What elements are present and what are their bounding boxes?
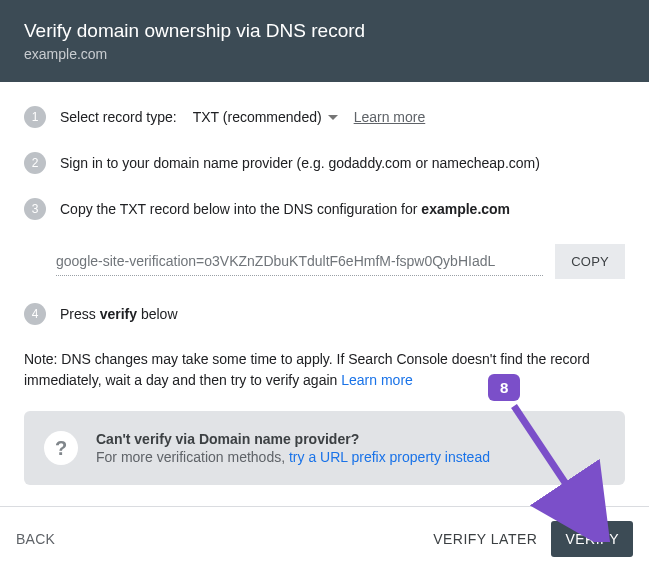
chevron-down-icon xyxy=(328,115,338,120)
record-type-row: Select record type: TXT (recommended) Le… xyxy=(60,109,425,125)
step-badge-3: 3 xyxy=(24,198,46,220)
txt-record-row: google-site-verification=o3VKZnZDbuKTdul… xyxy=(56,244,625,279)
step-badge-4: 4 xyxy=(24,303,46,325)
copy-button[interactable]: COPY xyxy=(555,244,625,279)
step-3: 3 Copy the TXT record below into the DNS… xyxy=(24,198,625,220)
dialog-header: Verify domain ownership via DNS record e… xyxy=(0,0,649,82)
alt-verify-title: Can't verify via Domain name provider? xyxy=(96,431,490,447)
alt-verify-card: ? Can't verify via Domain name provider?… xyxy=(24,411,625,485)
alt-verify-sub: For more verification methods, try a URL… xyxy=(96,449,490,465)
dialog-footer: BACK VERIFY LATER VERIFY xyxy=(0,506,649,571)
dns-note: Note: DNS changes may take some time to … xyxy=(24,349,625,391)
back-button[interactable]: BACK xyxy=(16,531,55,547)
step-4-text: Press verify below xyxy=(60,306,178,322)
verify-later-button[interactable]: VERIFY LATER xyxy=(419,521,551,557)
step-badge-2: 2 xyxy=(24,152,46,174)
record-type-value: TXT (recommended) xyxy=(193,109,322,125)
txt-record-value[interactable]: google-site-verification=o3VKZnZDbuKTdul… xyxy=(56,247,543,276)
dialog-title: Verify domain ownership via DNS record xyxy=(24,20,625,42)
learn-more-link[interactable]: Learn more xyxy=(354,109,426,125)
dialog-content: 1 Select record type: TXT (recommended) … xyxy=(0,82,649,485)
step-1: 1 Select record type: TXT (recommended) … xyxy=(24,106,625,128)
step-2-text: Sign in to your domain name provider (e.… xyxy=(60,155,540,171)
step-3-text: Copy the TXT record below into the DNS c… xyxy=(60,201,510,217)
dialog-subtitle: example.com xyxy=(24,46,625,62)
question-icon: ? xyxy=(44,431,78,465)
step-badge-1: 1 xyxy=(24,106,46,128)
step-4: 4 Press verify below xyxy=(24,303,625,325)
record-type-select[interactable]: TXT (recommended) xyxy=(193,109,338,125)
url-prefix-link[interactable]: try a URL prefix property instead xyxy=(289,449,490,465)
note-learn-more-link[interactable]: Learn more xyxy=(341,372,413,388)
step-2: 2 Sign in to your domain name provider (… xyxy=(24,152,625,174)
verify-button[interactable]: VERIFY xyxy=(551,521,633,557)
step-1-label: Select record type: xyxy=(60,109,177,125)
